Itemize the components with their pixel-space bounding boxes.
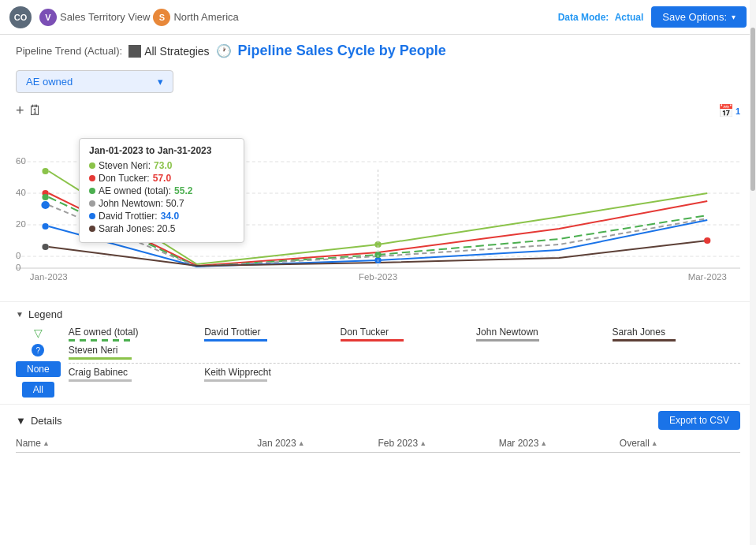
s-badge: S	[153, 9, 170, 26]
legend-item-don[interactable]: Don Tucker	[341, 327, 468, 342]
legend-item-craig[interactable]: Craig Babinec	[69, 367, 196, 382]
svg-text:60: 60	[16, 156, 26, 166]
sort-icon-mar: ▲	[540, 439, 547, 447]
none-button[interactable]: None	[16, 361, 61, 377]
help-icon[interactable]: ?	[32, 344, 44, 356]
ae-label: AE owned (total):	[99, 185, 171, 196]
add-button[interactable]: + 🗓	[16, 103, 43, 119]
filter-icon: ▽	[34, 327, 43, 339]
sort-icon-jan: ▲	[298, 439, 305, 447]
export-csv-button[interactable]: Export to CSV	[658, 411, 740, 430]
tooltip-row-david: David Trottier: 34.0	[89, 211, 234, 222]
details-section: ▼ Details Export to CSV Name ▲ Jan 2023 …	[0, 404, 756, 453]
top-bar: CO V Sales Territory View S North Americ…	[0, 0, 756, 35]
legend-header[interactable]: ▼ Legend	[16, 308, 740, 320]
legend-line-john	[476, 339, 539, 342]
legend-item-steven[interactable]: Steven Neri	[69, 345, 203, 360]
tooltip-row-john: John Newtown: 50.7	[89, 198, 234, 209]
don-label: Don Tucker:	[99, 173, 150, 184]
svg-text:Jan-2023: Jan-2023	[30, 272, 68, 282]
steven-dot-icon	[89, 162, 95, 169]
table-header: Name ▲ Jan 2023 ▲ Feb 2023 ▲ Mar 2023 ▲ …	[16, 435, 740, 453]
clock-icon: 🕐	[216, 43, 232, 58]
calendar-icon: 📅	[718, 103, 734, 118]
details-header: ▼ Details Export to CSV	[16, 411, 740, 430]
david-value: 34.0	[161, 211, 179, 222]
chevron-down-icon: ▾	[158, 76, 163, 88]
legend-name-david: David Trottier	[204, 327, 332, 338]
pipeline-title: Pipeline Sales Cycle by People	[238, 43, 446, 59]
col-jan-label: Jan 2023	[257, 438, 296, 449]
john-dot-icon	[89, 200, 95, 207]
col-mar[interactable]: Mar 2023 ▲	[499, 438, 620, 449]
legend-item-keith[interactable]: Keith Wipprecht	[204, 367, 332, 382]
legend-section: ▼ Legend ▽ ? None All AE owned (total)	[0, 301, 756, 404]
data-mode-value[interactable]: Actual	[615, 12, 644, 23]
steven-value: 73.0	[154, 160, 172, 171]
col-name[interactable]: Name ▲	[16, 438, 257, 449]
col-jan[interactable]: Jan 2023 ▲	[257, 438, 378, 449]
legend-line-sarah	[613, 339, 676, 342]
sarah-label: Sarah Jones: 20.5	[99, 223, 175, 234]
david-label: David Trottier:	[99, 211, 158, 222]
legend-title: Legend	[28, 308, 62, 320]
svg-point-18	[42, 168, 48, 174]
calendar-badge: 1	[736, 106, 740, 116]
scrollbar[interactable]	[750, 0, 756, 545]
legend-line-craig	[69, 379, 132, 382]
svg-point-21	[41, 201, 49, 209]
legend-name-steven: Steven Neri	[69, 345, 203, 356]
chart-tooltip: Jan-01-2023 to Jan-31-2023 Steven Neri: …	[79, 138, 244, 243]
col-overall[interactable]: Overall ▲	[620, 438, 740, 449]
sort-icon-feb: ▲	[419, 439, 426, 447]
sort-icon-name: ▲	[43, 439, 50, 447]
legend-name-keith: Keith Wipprecht	[204, 367, 332, 378]
chart-area: + 🗓 📅 1	[0, 96, 756, 301]
strategy-square-icon	[128, 45, 141, 58]
scrollbar-thumb[interactable]	[750, 28, 755, 191]
legend-item-david[interactable]: David Trottier	[204, 327, 332, 342]
john-label: John Newtown: 50.7	[99, 198, 184, 209]
legend-item-ae[interactable]: AE owned (total)	[69, 327, 196, 342]
data-mode-label: Data Mode:	[558, 12, 609, 23]
steven-label: Steven Neri:	[99, 160, 151, 171]
north-america[interactable]: North America	[173, 11, 238, 23]
details-title[interactable]: ▼ Details	[16, 415, 62, 427]
svg-text:20: 20	[16, 219, 26, 229]
legend-name-john: John Newtown	[476, 327, 604, 338]
col-feb[interactable]: Feb 2023 ▲	[378, 438, 499, 449]
col-feb-label: Feb 2023	[378, 438, 419, 449]
svg-text:Feb-2023: Feb-2023	[359, 272, 397, 282]
legend-divider	[69, 363, 740, 364]
all-button[interactable]: All	[22, 382, 54, 398]
chart-toolbar: + 🗓 📅 1	[16, 103, 740, 119]
sales-territory-view[interactable]: Sales Territory View	[60, 11, 150, 23]
legend-secondary: Craig Babinec Keith Wipprecht	[69, 367, 740, 382]
ae-dot-icon	[89, 188, 95, 194]
legend-item-john[interactable]: John Newtown	[476, 327, 604, 342]
svg-text:40: 40	[16, 188, 26, 197]
svg-text:Mar-2023: Mar-2023	[688, 272, 727, 282]
details-arrow-icon: ▼	[16, 415, 26, 427]
strategy-block: All Strategies	[128, 45, 209, 58]
col-overall-label: Overall	[620, 438, 650, 449]
svg-text:0: 0	[16, 251, 20, 260]
legend-line-don	[341, 339, 404, 342]
tooltip-date-range: Jan-01-2023 to Jan-31-2023	[89, 145, 234, 156]
legend-name-sarah: Sarah Jones	[613, 327, 740, 338]
details-title-label: Details	[31, 415, 62, 427]
svg-point-17	[704, 237, 710, 244]
all-strategies-label[interactable]: All Strategies	[144, 45, 209, 58]
legend-name-don: Don Tucker	[341, 327, 468, 338]
co-avatar: CO	[9, 6, 32, 28]
tooltip-row-steven: Steven Neri: 73.0	[89, 160, 234, 171]
legend-name-craig: Craig Babinec	[69, 367, 196, 378]
svg-point-23	[42, 244, 48, 250]
v-badge: V	[39, 9, 57, 26]
ae-owned-dropdown[interactable]: AE owned ▾	[16, 70, 173, 93]
svg-text:0: 0	[16, 263, 20, 272]
sort-icon-overall: ▲	[651, 439, 658, 447]
legend-item-sarah[interactable]: Sarah Jones	[613, 327, 740, 342]
save-options-button[interactable]: Save Options: ▾	[651, 6, 747, 28]
legend-grid: AE owned (total) David Trottier Don Tuck…	[69, 327, 740, 342]
